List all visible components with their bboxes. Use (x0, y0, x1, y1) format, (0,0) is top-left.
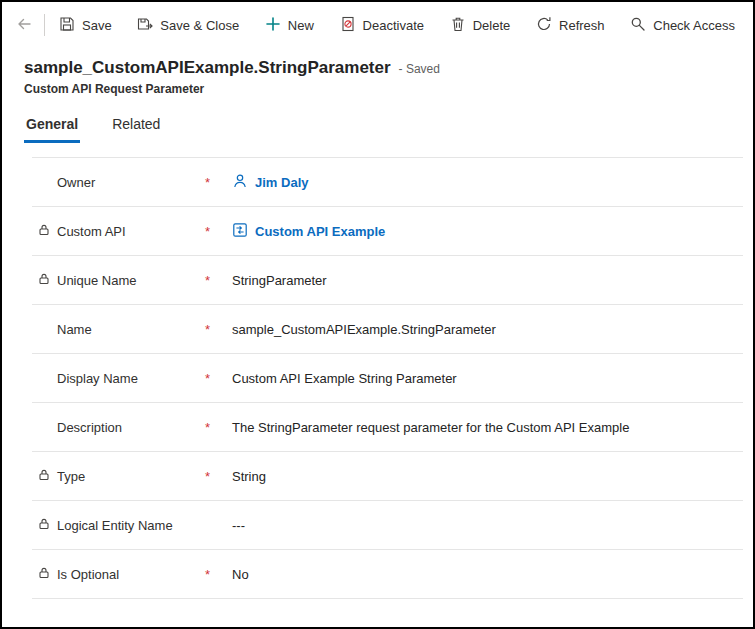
field-value[interactable]: Custom API Example String Parameter (232, 371, 743, 386)
app-window: Save Save & Close New Deactivate (0, 0, 755, 629)
field-row-type[interactable]: Type * String (32, 452, 743, 501)
save-close-icon (137, 16, 153, 35)
deactivate-label: Deactivate (363, 18, 424, 33)
field-row-description[interactable]: Description * The StringParameter reques… (32, 403, 743, 452)
field-value[interactable]: The StringParameter request parameter fo… (232, 420, 743, 435)
field-value[interactable]: sample_CustomAPIExample.StringParameter (232, 322, 743, 337)
lock-icon-slot (38, 516, 57, 534)
field-value[interactable]: Jim Daly (232, 173, 743, 192)
lock-icon (38, 516, 50, 534)
required-indicator: * (205, 567, 232, 582)
field-value[interactable]: No (232, 567, 743, 582)
save-label: Save (82, 18, 112, 33)
check-access-icon (630, 16, 646, 35)
refresh-button[interactable]: Refresh (532, 11, 609, 40)
delete-button[interactable]: Delete (446, 11, 515, 40)
field-label: Type (57, 469, 205, 484)
field-label: Custom API (57, 224, 205, 239)
lock-icon-slot (38, 565, 57, 583)
field-value[interactable]: String (232, 469, 743, 484)
save-button[interactable]: Save (55, 11, 116, 40)
refresh-icon (536, 16, 552, 35)
toolbar-divider (44, 14, 45, 36)
record-header: sample_CustomAPIExample.StringParameter … (2, 48, 753, 96)
save-icon (59, 16, 75, 35)
check-access-button[interactable]: Check Access (626, 11, 739, 40)
field-value[interactable]: StringParameter (232, 273, 743, 288)
required-indicator: * (205, 469, 232, 484)
command-group: Save Save & Close New Deactivate (55, 11, 739, 40)
field-label: Is Optional (57, 567, 205, 582)
lock-icon (38, 271, 50, 289)
back-button[interactable] (10, 10, 38, 41)
field-row-display-name[interactable]: Display Name * Custom API Example String… (32, 354, 743, 403)
required-indicator: * (205, 175, 232, 190)
lock-icon (38, 565, 50, 583)
field-value[interactable]: Custom API Example (232, 222, 743, 241)
required-indicator: * (205, 273, 232, 288)
form-tabs: General Related (2, 112, 753, 143)
command-bar: Save Save & Close New Deactivate (2, 2, 753, 48)
field-label: Logical Entity Name (57, 518, 205, 533)
new-button[interactable]: New (261, 11, 318, 40)
title-row: sample_CustomAPIExample.StringParameter … (24, 58, 731, 78)
field-label: Unique Name (57, 273, 205, 288)
lock-icon-slot (38, 222, 57, 240)
record-type-label: Custom API Request Parameter (24, 82, 731, 96)
lock-icon (38, 222, 50, 240)
tab-related[interactable]: Related (110, 112, 162, 143)
required-indicator: * (205, 420, 232, 435)
field-row-unique-name[interactable]: Unique Name * StringParameter (32, 256, 743, 305)
field-label: Name (57, 322, 205, 337)
field-row-name[interactable]: Name * sample_CustomAPIExample.StringPar… (32, 305, 743, 354)
form-section: Owner * Jim Daly Custom API * Custom API… (32, 157, 743, 599)
new-label: New (288, 18, 314, 33)
field-value-link[interactable]: Jim Daly (255, 175, 308, 190)
deactivate-icon (340, 16, 356, 35)
lock-icon-slot (38, 271, 57, 289)
plus-icon (265, 16, 281, 35)
field-row-owner[interactable]: Owner * Jim Daly (32, 158, 743, 207)
field-value-link[interactable]: Custom API Example (255, 224, 385, 239)
person-icon (232, 173, 248, 192)
required-indicator: * (205, 371, 232, 386)
page-title: sample_CustomAPIExample.StringParameter (24, 58, 391, 78)
field-value[interactable]: --- (232, 518, 743, 533)
lock-icon-slot (38, 467, 57, 485)
check-access-label: Check Access (653, 18, 735, 33)
field-row-is-optional[interactable]: Is Optional * No (32, 550, 743, 599)
required-indicator: * (205, 224, 232, 239)
deactivate-button[interactable]: Deactivate (336, 11, 428, 40)
field-row-logical-entity-name[interactable]: Logical Entity Name --- (32, 501, 743, 550)
delete-label: Delete (473, 18, 511, 33)
required-indicator: * (205, 322, 232, 337)
custom-api-icon (232, 222, 248, 241)
lock-icon (38, 467, 50, 485)
delete-icon (450, 16, 466, 35)
save-and-close-button[interactable]: Save & Close (133, 11, 243, 40)
field-row-custom-api[interactable]: Custom API * Custom API Example (32, 207, 743, 256)
arrow-left-icon (16, 16, 32, 35)
field-label: Display Name (57, 371, 205, 386)
save-and-close-label: Save & Close (160, 18, 239, 33)
save-status: - Saved (399, 62, 440, 76)
tab-general[interactable]: General (24, 112, 80, 143)
field-label: Owner (57, 175, 205, 190)
field-label: Description (57, 420, 205, 435)
refresh-label: Refresh (559, 18, 605, 33)
